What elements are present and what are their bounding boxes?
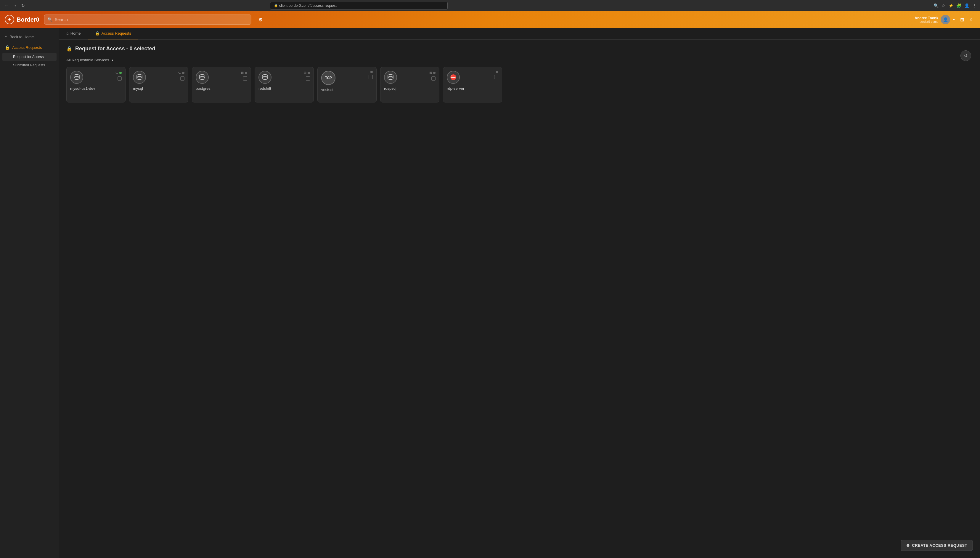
browser-back[interactable]: ←: [3, 3, 10, 8]
sidebar-item-access-requests[interactable]: 🔒 Access Requests: [0, 42, 59, 53]
search-bar[interactable]: 🔍: [44, 15, 251, 25]
service-checkbox-vnctest[interactable]: [369, 75, 373, 79]
sub-item-label: Request for Access: [13, 55, 44, 59]
status-dot: [182, 72, 184, 74]
grid-view-button[interactable]: ⊞: [959, 16, 965, 24]
connector-icon: ⊞: [429, 71, 432, 75]
sidebar-item-label: Back to Home: [10, 34, 34, 39]
refresh-button[interactable]: ↺: [960, 50, 971, 61]
service-icon-vnctest: TCP: [321, 71, 336, 85]
logo[interactable]: ✦ Border0: [5, 15, 39, 24]
status-dot: [496, 71, 498, 73]
connector-icon: ⌥: [177, 71, 181, 75]
status-dot: [370, 71, 373, 73]
avatar[interactable]: 👤: [941, 15, 950, 24]
browser-forward[interactable]: →: [12, 3, 18, 8]
access-requests-tab-icon: 🔒: [95, 31, 100, 36]
user-info: Andree Toonk border0-demo 👤 ▼: [914, 15, 955, 24]
browser-bookmark-icon[interactable]: ☆: [942, 3, 946, 8]
service-icon-rdp-server: ⛔: [447, 71, 460, 84]
service-card-rdp-server[interactable]: ⛔ rdp-server: [443, 67, 502, 102]
theme-toggle-button[interactable]: ☾: [969, 16, 975, 24]
sidebar-sub-item-request-for-access[interactable]: Request for Access: [2, 53, 57, 61]
home-tab-icon: ⌂: [66, 31, 69, 36]
main-layout: ⌂ Back to Home 🔒 Access Requests Request…: [0, 28, 980, 558]
content-area: 🔒 Request for Access - 0 selected All Re…: [59, 40, 980, 108]
browser-extensions-icon[interactable]: 🧩: [956, 3, 961, 8]
service-checkbox-postgres[interactable]: [243, 76, 247, 80]
service-checkbox-mysql[interactable]: [180, 76, 184, 80]
search-input[interactable]: [55, 17, 248, 22]
main-content: ⌂ Home 🔒 Access Requests 🔒 Request for A…: [59, 28, 980, 558]
page-title-row: 🔒 Request for Access - 0 selected: [66, 46, 973, 52]
browser-actions: 🔍 ☆ ⚡ 🧩 👤 ⋮: [934, 3, 977, 8]
search-icon: 🔍: [48, 17, 52, 22]
create-btn-icon: ⊕: [906, 543, 910, 548]
service-name: vnctest: [321, 87, 373, 92]
logo-icon: ✦: [5, 15, 14, 24]
browser-reload[interactable]: ↻: [20, 3, 26, 8]
user-name: Andree Toonk: [914, 16, 938, 20]
home-icon: ⌂: [5, 34, 7, 39]
logo-text: Border0: [16, 16, 39, 23]
card-indicators-vnctest: [369, 71, 373, 79]
service-name: rdspsql: [384, 86, 436, 90]
access-requests-icon: 🔒: [5, 45, 10, 50]
service-checkbox-redshift[interactable]: [306, 76, 310, 80]
filter-button[interactable]: ⚙: [256, 16, 265, 24]
service-card-postgres[interactable]: ⊞ postgres: [192, 67, 251, 102]
sidebar-item-label: Access Requests: [12, 45, 42, 50]
tab-home[interactable]: ⌂ Home: [59, 28, 88, 39]
service-card-vnctest[interactable]: TCP vnctest: [317, 67, 377, 102]
status-dot: [433, 72, 436, 74]
header-right: Andree Toonk border0-demo 👤 ▼ ⊞ ☾: [914, 15, 975, 24]
service-card-mysql-us1-dev[interactable]: ⌥ mysql-us1-dev: [66, 67, 126, 102]
browser-chrome: ← → ↻ 🔒 client.border0.com/#/access-requ…: [0, 0, 980, 11]
service-name: rdp-server: [447, 86, 498, 90]
url-bar[interactable]: 🔒 client.border0.com/#/access-request: [270, 2, 447, 10]
home-tab-label: Home: [70, 31, 81, 36]
tab-access-requests[interactable]: 🔒 Access Requests: [88, 28, 138, 39]
section-title: All Requestable Services: [66, 58, 109, 62]
svg-point-1: [137, 75, 142, 77]
svg-point-2: [200, 75, 205, 77]
service-icon-postgres: [196, 71, 209, 84]
connector-icon: ⊞: [304, 71, 306, 75]
nav-tabs: ⌂ Home 🔒 Access Requests: [59, 28, 980, 40]
browser-lightning-icon[interactable]: ⚡: [948, 3, 953, 8]
section-header[interactable]: All Requestable Services ▲: [66, 58, 973, 62]
service-card-mysql[interactable]: ⌥ mysql: [129, 67, 188, 102]
service-card-redshift[interactable]: ⊞ redshift: [255, 67, 314, 102]
svg-point-4: [388, 75, 393, 77]
url-text: client.border0.com/#/access-request: [279, 3, 336, 8]
create-access-request-button[interactable]: ⊕ CREATE ACCESS REQUEST: [901, 540, 973, 551]
sidebar-item-back-to-home[interactable]: ⌂ Back to Home: [0, 31, 59, 42]
sidebar-sub-item-submitted-requests[interactable]: Submitted Requests: [2, 61, 57, 69]
service-card-rdspsql[interactable]: ⊞ rdspsql: [380, 67, 439, 102]
service-checkbox-rdspsql[interactable]: [431, 76, 436, 80]
service-checkbox-rdp-server[interactable]: [494, 75, 498, 79]
svg-point-0: [74, 75, 79, 77]
browser-search-icon[interactable]: 🔍: [934, 3, 939, 8]
browser-menu-icon[interactable]: ⋮: [972, 3, 977, 8]
service-icon-redshift: [259, 71, 272, 84]
app-header: ✦ Border0 🔍 ⚙ Andree Toonk border0-demo …: [0, 11, 980, 28]
service-name: postgres: [196, 86, 247, 90]
section-chevron-icon: ▲: [111, 58, 114, 62]
card-indicators-mysql-us1-dev: ⌥: [114, 71, 122, 80]
service-checkbox-mysql-us1-dev[interactable]: [118, 76, 122, 80]
service-icon-rdspsql: [384, 71, 397, 84]
connector-icon: ⌥: [114, 71, 118, 75]
card-indicators-mysql: ⌥: [177, 71, 184, 80]
service-name: mysql-us1-dev: [70, 86, 122, 90]
browser-profile-icon[interactable]: 👤: [964, 3, 969, 8]
sidebar: ⌂ Back to Home 🔒 Access Requests Request…: [0, 28, 59, 558]
service-icon-mysql: [133, 71, 146, 84]
services-grid: ⌥ mysql-us1-dev: [66, 67, 973, 102]
service-icon-mysql-us1-dev: [70, 71, 83, 84]
status-dot: [245, 72, 247, 74]
card-indicators-rdp-server: [494, 71, 498, 79]
svg-point-3: [262, 75, 268, 77]
sub-item-label: Submitted Requests: [13, 63, 45, 67]
user-dropdown-icon[interactable]: ▼: [952, 18, 955, 21]
